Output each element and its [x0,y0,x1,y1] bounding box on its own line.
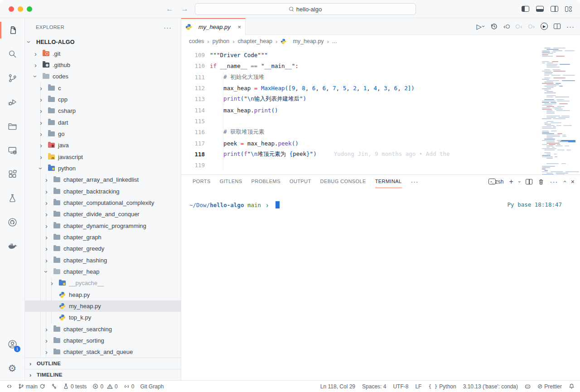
split-editor-icon[interactable] [554,24,561,29]
tree-item-heap-py[interactable]: heap.py [25,289,181,300]
close-panel-icon[interactable]: × [571,178,575,185]
tree-item-c[interactable]: c [25,82,181,93]
tree-item-chapter-heap[interactable]: chapter_heap [25,266,181,277]
tree-item-top-k-py[interactable]: top_k.py [25,312,181,323]
editor-more-actions-icon[interactable]: ··· [566,23,575,30]
code-line-117[interactable]: 117 peek = max_heap.peek() [181,138,540,149]
tree-item-chapter-backtracking[interactable]: chapter_backtracking [25,185,181,197]
terminal[interactable]: ~/Dow/hello-algo main › Py base 18:18:47 [181,188,580,380]
tree-item-chapter-searching[interactable]: chapter_searching [25,324,181,335]
panel-tab-output[interactable]: OUTPUT [290,175,311,188]
tree-item-codes[interactable]: codes [25,71,181,82]
tree-item-chapter-stack-and-queue[interactable]: chapter_stack_and_queue [25,346,181,358]
tree-item-my-heap-py[interactable]: my_heap.py [25,300,181,312]
feedback-status[interactable]: 0 [124,383,135,390]
source-control-icon[interactable] [0,66,24,90]
toggle-secondary-sidebar-icon[interactable] [551,6,558,12]
terminal-shell-selector[interactable]: >_ zsh [488,179,504,185]
tree-item-dart[interactable]: dart [25,116,181,128]
customize-layout-icon[interactable] [565,6,573,12]
problems-status[interactable]: 0 0 [92,383,117,390]
accounts-icon[interactable]: 1 [0,332,24,356]
tree-item-chapter-graph[interactable]: chapter_graph [25,232,181,243]
tree-item-chapter-array-and-linkedlist[interactable]: chapter_array_and_linkedlist [25,174,181,185]
code-line-116[interactable]: 116 # 获取堆顶元素 [181,127,540,138]
panel-tab-ports[interactable]: PORTS [193,175,211,188]
panel-tab-debug-console[interactable]: DEBUG CONSOLE [320,175,366,188]
tests-status[interactable]: 0 tests [63,383,87,390]
settings-gear-icon[interactable]: ⚙ [0,356,24,380]
github-icon[interactable] [0,210,24,234]
tree-item-chapter-greedy[interactable]: chapter_greedy [25,243,181,254]
tree-item-chapter-sorting[interactable]: chapter_sorting [25,335,181,346]
search-view-icon[interactable] [0,42,24,66]
split-terminal-icon[interactable] [526,179,532,184]
breadcrumb-codes[interactable]: codes [189,38,204,44]
breadcrumb-chapter-heap[interactable]: chapter_heap [238,38,272,44]
eol-status[interactable]: LF [415,383,421,390]
code-line-115[interactable]: 115 [181,116,540,126]
tree-item-python[interactable]: python [25,163,181,174]
command-center-search[interactable]: hello-algo [195,3,416,15]
cursor-position[interactable]: Ln 118, Col 29 [320,383,355,390]
code-line-110[interactable]: 110if __name__ == "__main__": [181,61,540,72]
tree-item--github[interactable]: .github [25,59,181,71]
breadcrumb-file[interactable]: my_heap.py [293,38,324,44]
compare-previous-icon[interactable]: ‹ [503,23,510,30]
language-mode[interactable]: { } Python [428,383,456,390]
tree-item-chapter-hashing[interactable]: chapter_hashing [25,255,181,266]
code-editor[interactable]: print_util.print_heap(self.max_heap)109"… [181,48,580,174]
remote-explorer-icon[interactable] [0,138,24,162]
python-interpreter[interactable]: 3.10.13 ('base': conda) [463,383,518,390]
tree-item--pycache-[interactable]: __pycache__ [25,277,181,289]
zoom-window-button[interactable] [27,6,32,12]
code-line-118[interactable]: 118 print(f"\n堆顶元素为 {peek}")Yudong Jin, … [181,149,540,160]
tree-item-chapter-divide-and-conquer[interactable]: chapter_divide_and_conquer [25,208,181,220]
docker-icon[interactable] [0,234,24,258]
tree-item-java[interactable]: java [25,140,181,151]
run-python-file-button[interactable]: ▷› [476,23,484,30]
terminal-dropdown-icon[interactable]: › [517,181,522,183]
tree-item-go[interactable]: go [25,128,181,140]
next-change-icon[interactable]: › [528,23,535,30]
code-line-119[interactable]: 119 [181,160,540,171]
toggle-primary-sidebar-icon[interactable] [522,6,529,12]
code-line-111[interactable]: 111 # 初始化大顶堆 [181,72,540,82]
testing-icon[interactable] [0,186,24,210]
tree-item-chapter-computational-complexity[interactable]: chapter_computational_complexity [25,197,181,208]
tree-item-chapter-dynamic-programming[interactable]: chapter_dynamic_programming [25,220,181,232]
prettier-status[interactable]: ⊘ Prettier [537,383,562,390]
new-terminal-icon[interactable]: + [509,178,513,186]
panel-tab-problems[interactable]: PROBLEMS [251,175,280,188]
explorer-more-actions-icon[interactable]: ··· [164,24,172,31]
kill-terminal-icon[interactable] [538,179,544,185]
breadcrumb-symbol[interactable]: ... [332,38,337,44]
maximize-panel-icon[interactable]: › [561,180,568,182]
timeline-history-icon[interactable] [490,23,498,30]
history-forward-button[interactable]: → [181,5,188,14]
run-code-icon[interactable]: ▶ [541,23,548,30]
run-debug-icon[interactable] [0,90,24,114]
breadcrumb-python[interactable]: python [213,38,230,44]
explorer-icon[interactable] [0,18,24,42]
outline-section[interactable]: OUTLINE [25,358,181,369]
tree-root-hello-algo[interactable]: HELLO-ALGO [25,36,181,48]
code-line-112[interactable]: 112 max_heap = MaxHeap([9, 8, 6, 6, 7, 5… [181,82,540,93]
extensions-icon[interactable] [0,162,24,186]
panel-tab-terminal[interactable]: TERMINAL [375,175,402,188]
project-folder-icon[interactable] [0,114,24,138]
panel-tab-gitlens[interactable]: GITLENS [220,175,242,188]
code-line-109[interactable]: 109"""Driver Code""" [181,49,540,60]
encoding-status[interactable]: UTF-8 [393,383,408,390]
tree-item-cpp[interactable]: cpp [25,94,181,105]
minimap[interactable] [540,48,575,174]
tree-item-csharp[interactable]: csharp [25,105,181,116]
copilot-icon[interactable] [525,383,531,389]
git-graph-button[interactable]: Git Graph [140,383,164,390]
history-back-button[interactable]: ← [166,5,174,14]
minimize-window-button[interactable] [18,6,23,12]
close-tab-icon[interactable]: × [237,24,241,30]
close-window-button[interactable] [9,6,14,12]
notifications-bell-icon[interactable] [569,383,575,389]
tab-my-heap[interactable]: my_heap.py × [181,18,246,35]
